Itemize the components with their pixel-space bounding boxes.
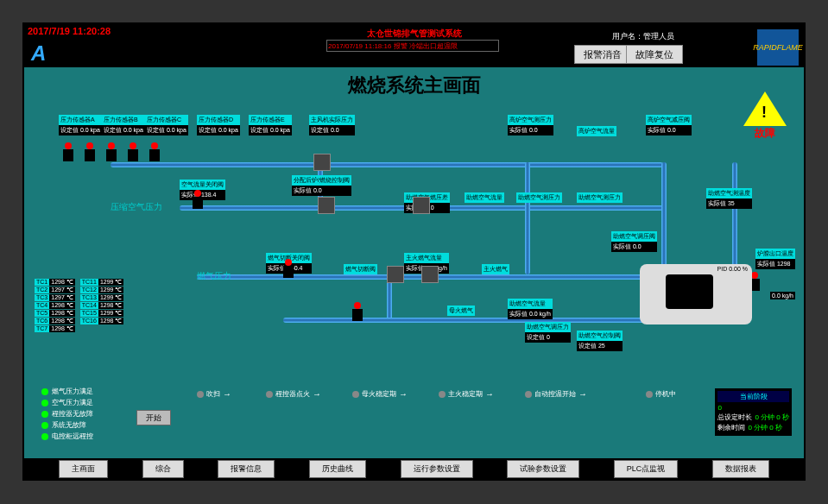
alarm-message: 2017/07/19 11:18:16 报警 冷端出口超温限	[326, 40, 499, 52]
main-canvas: 燃烧系统主画面 故障 压缩空气压力 燃气压力 压力传感器A设定值 0.0 kpa…	[24, 67, 804, 458]
tag-hf-air-press: 高炉空气测压力实际值 0.0	[508, 115, 553, 135]
start-button[interactable]: 开始	[136, 410, 171, 425]
device-icon	[313, 154, 331, 171]
valve-icon	[193, 197, 203, 209]
nav-report[interactable]: 数据报表	[712, 460, 769, 478]
air-inlet-label: 压缩空气压力	[111, 201, 162, 213]
tc-table: TC11298 ℃TC111299 ℃TC21297 ℃TC121299 ℃TC…	[35, 279, 129, 333]
valve-icon	[352, 309, 363, 321]
fault-reset-button[interactable]: 故障复位	[626, 45, 683, 64]
page-title: 燃烧系统主画面	[348, 72, 481, 98]
tag-main-gas: 主火燃气	[482, 264, 509, 274]
nav-runparams[interactable]: 运行参数设置	[401, 460, 473, 478]
tag-pilot-gas: 母火燃气	[447, 306, 475, 316]
tag-fan-pressure: 主风机实际压力设定值 0.0	[309, 115, 355, 135]
nav-main[interactable]: 主画面	[59, 460, 108, 478]
nav-alarms[interactable]: 报警信息	[218, 460, 275, 478]
tag-pressure-b: 压力传感器B设定值 0.0 kpa	[102, 115, 145, 135]
device-icon	[413, 197, 430, 214]
tag-comb-ctrl: 助燃空气控制阀设定值 25	[577, 331, 623, 351]
tag-comb-press: 助燃空气调压力设定值 0	[525, 322, 571, 343]
tag-hf-air-flow: 高炉空气流量	[577, 126, 616, 136]
tag-air-press1: 助燃空气测压力	[516, 192, 562, 203]
combustion-chamber: PID 0.00 %	[640, 264, 752, 324]
valve-icon	[149, 149, 160, 161]
valve-icon	[106, 149, 117, 161]
tag-pressure-c: 压力传感器C设定值 0.0 kpa	[145, 115, 188, 135]
tag-air-flow: 助燃空气流量	[465, 192, 504, 203]
tag-comb-flow: 助燃空气流量实际值 0.0 kg/h	[508, 299, 553, 319]
user-info: 用户名：管理人员	[612, 31, 674, 42]
alarm-mute-button[interactable]: 报警消音	[574, 45, 631, 64]
nav-testparams[interactable]: 试验参数设置	[507, 460, 579, 478]
pid-label: PID 0.00 %	[717, 266, 748, 272]
tag-pressure-a: 压力传感器A设定值 0.0 kpa	[59, 115, 102, 135]
nav-plc[interactable]: PLC点监视	[614, 460, 679, 478]
tag-outlet-flow: 0.0 kg/h	[770, 292, 795, 299]
tag-hf-air-valve: 高炉空气减压阀实际值 0.0	[646, 115, 692, 135]
valve-icon	[283, 266, 294, 278]
gas-inlet-label: 燃气压力	[197, 270, 231, 282]
fault-warning-icon: 故障	[743, 91, 787, 135]
nav-history[interactable]: 历史曲线	[309, 460, 366, 478]
precondition-list: 燃气压力满足 空气压力满足 程控器无故障 系统无故障 电控柜远程控	[41, 385, 93, 443]
tag-air-press2: 助燃空气测压力	[577, 192, 623, 203]
logo-a: A	[31, 41, 46, 66]
nav-overview[interactable]: 综合	[142, 460, 184, 478]
tag-pressure-d: 压力传感器D设定值 0.0 kpa	[197, 115, 240, 135]
device-icon	[387, 266, 404, 283]
tag-air-regvalve: 助燃空气调压阀实际值 0.0	[611, 231, 657, 252]
valve-icon	[128, 149, 138, 161]
tag-air-temp: 助燃空气测温度实际值 35	[706, 188, 752, 209]
nav-bar: 主画面 综合 报警信息 历史曲线 运行参数设置 试验参数设置 PLC点监视 数据…	[24, 458, 804, 479]
system-title: 太仓世锦排气管测试系统	[367, 28, 462, 40]
timestamp: 2017/7/19 11:20:28	[28, 26, 111, 36]
device-icon	[318, 197, 335, 214]
valve-icon	[85, 149, 95, 161]
logo-rapidflame: RAPIDFLAME	[757, 29, 799, 66]
tag-pressure-e: 压力传感器E设定值 0.0 kpa	[249, 115, 292, 135]
tag-air-dist: 分配后炉/燃烧控制阀实际值 0.0	[292, 175, 351, 196]
tag-outlet-temp: 炉膛出口温度实际值 1298	[755, 249, 795, 269]
valve-icon	[63, 149, 73, 161]
device-icon	[421, 266, 439, 283]
tag-gas-cut: 燃气切断阀	[344, 264, 377, 274]
timer-panel: 当前阶段 0 总设定时长 0 分钟 0 秒 剩余时间 0 分钟 0 秒	[715, 388, 792, 436]
